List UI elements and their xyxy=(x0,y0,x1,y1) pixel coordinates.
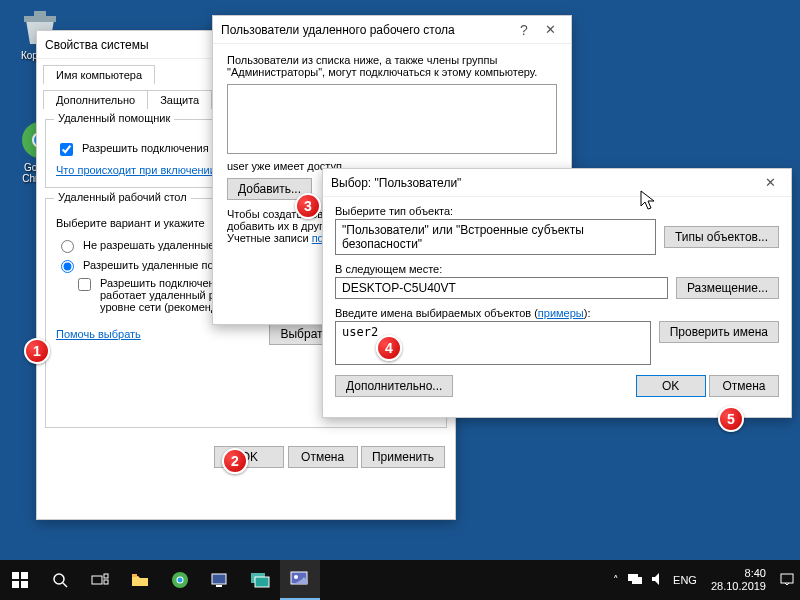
tray-chevron-icon[interactable]: ˄ xyxy=(613,574,619,587)
taskbar: ˄ ENG 8:40 28.10.2019 xyxy=(0,560,800,600)
svg-rect-8 xyxy=(21,581,28,588)
users-listbox[interactable] xyxy=(227,84,557,154)
checkbox[interactable] xyxy=(60,143,73,156)
object-types-button[interactable]: Типы объектов... xyxy=(664,226,779,248)
advanced-button[interactable]: Дополнительно... xyxy=(335,375,453,397)
svg-rect-0 xyxy=(24,16,56,22)
window-title: Выбор: "Пользователи" xyxy=(331,176,757,190)
locations-button[interactable]: Размещение... xyxy=(676,277,779,299)
radio-label: Не разрешать удаленные xyxy=(83,239,214,251)
select-users-dialog: Выбор: "Пользователи" ✕ Выберите тип объ… xyxy=(322,168,792,418)
help-icon[interactable]: ? xyxy=(511,20,537,40)
tab-advanced[interactable]: Дополнительно xyxy=(43,90,148,109)
svg-rect-6 xyxy=(21,572,28,579)
close-icon[interactable]: ✕ xyxy=(537,20,563,40)
clock-time: 8:40 xyxy=(711,567,766,580)
svg-rect-26 xyxy=(781,574,793,583)
enter-names-label: Введите имена выбираемых объектов xyxy=(335,307,531,319)
tray-notifications-icon[interactable] xyxy=(780,572,794,588)
taskbar-app-rdp[interactable] xyxy=(200,560,240,600)
tab-protection[interactable]: Защита xyxy=(147,90,212,109)
taskbar-app-chrome[interactable] xyxy=(160,560,200,600)
svg-rect-21 xyxy=(255,577,269,587)
svg-rect-7 xyxy=(12,581,19,588)
search-icon[interactable] xyxy=(40,560,80,600)
annotation-marker-1: 1 xyxy=(24,338,50,364)
svg-point-23 xyxy=(294,575,298,579)
svg-rect-11 xyxy=(92,576,102,584)
svg-rect-19 xyxy=(216,585,222,587)
radio[interactable] xyxy=(61,260,74,273)
check-names-button[interactable]: Проверить имена xyxy=(659,321,779,343)
apply-button[interactable]: Применить xyxy=(361,446,445,468)
titlebar[interactable]: Выбор: "Пользователи" ✕ xyxy=(323,169,791,197)
what-happens-link[interactable]: Что происходит при включении xyxy=(56,164,216,176)
tray-volume-icon[interactable] xyxy=(651,572,665,588)
svg-rect-1 xyxy=(34,11,46,16)
cancel-button[interactable]: Отмена xyxy=(288,446,358,468)
system-tray: ˄ ENG 8:40 28.10.2019 xyxy=(613,567,800,593)
cancel-button[interactable]: Отмена xyxy=(709,375,779,397)
radio[interactable] xyxy=(61,240,74,253)
annotation-marker-5: 5 xyxy=(718,406,744,432)
taskbar-app-active[interactable] xyxy=(280,560,320,600)
svg-line-10 xyxy=(63,583,67,587)
clock-date: 28.10.2019 xyxy=(711,580,766,593)
svg-point-17 xyxy=(178,578,183,583)
location-label: В следующем месте: xyxy=(335,263,779,275)
taskbar-app-explorer[interactable] xyxy=(120,560,160,600)
language-indicator[interactable]: ENG xyxy=(673,574,697,586)
annotation-marker-4: 4 xyxy=(376,335,402,361)
examples-link[interactable]: примеры xyxy=(538,307,584,319)
tray-network-icon[interactable] xyxy=(627,572,643,588)
checkbox[interactable] xyxy=(78,278,91,291)
svg-rect-12 xyxy=(104,574,108,578)
task-view-icon[interactable] xyxy=(80,560,120,600)
object-type-field: "Пользователи" или "Встроенные субъекты … xyxy=(335,219,656,255)
ok-button[interactable]: OK xyxy=(636,375,706,397)
window-title: Пользователи удаленного рабочего стола xyxy=(221,23,511,37)
mouse-cursor xyxy=(640,190,656,214)
taskbar-clock[interactable]: 8:40 28.10.2019 xyxy=(705,567,772,593)
close-icon[interactable]: ✕ xyxy=(757,173,783,193)
taskbar-app-monitor[interactable] xyxy=(240,560,280,600)
start-button[interactable] xyxy=(0,560,40,600)
svg-rect-18 xyxy=(212,574,226,584)
svg-rect-5 xyxy=(12,572,19,579)
group-legend: Удаленный рабочий стол xyxy=(54,191,191,203)
group-legend: Удаленный помощник xyxy=(54,112,174,124)
tab-computer-name[interactable]: Имя компьютера xyxy=(43,65,155,84)
users-description: Пользователи из списка ниже, а также чле… xyxy=(227,54,557,78)
annotation-marker-3: 3 xyxy=(295,193,321,219)
titlebar[interactable]: Пользователи удаленного рабочего стола ?… xyxy=(213,16,571,44)
annotation-marker-2: 2 xyxy=(222,448,248,474)
svg-rect-14 xyxy=(132,574,137,577)
svg-rect-13 xyxy=(104,580,108,584)
svg-point-9 xyxy=(54,574,64,584)
location-field: DESKTOP-C5U40VT xyxy=(335,277,668,299)
help-choose-link[interactable]: Помочь выбрать xyxy=(56,328,141,340)
svg-rect-25 xyxy=(632,577,642,584)
object-type-label: Выберите тип объекта: xyxy=(335,205,779,217)
